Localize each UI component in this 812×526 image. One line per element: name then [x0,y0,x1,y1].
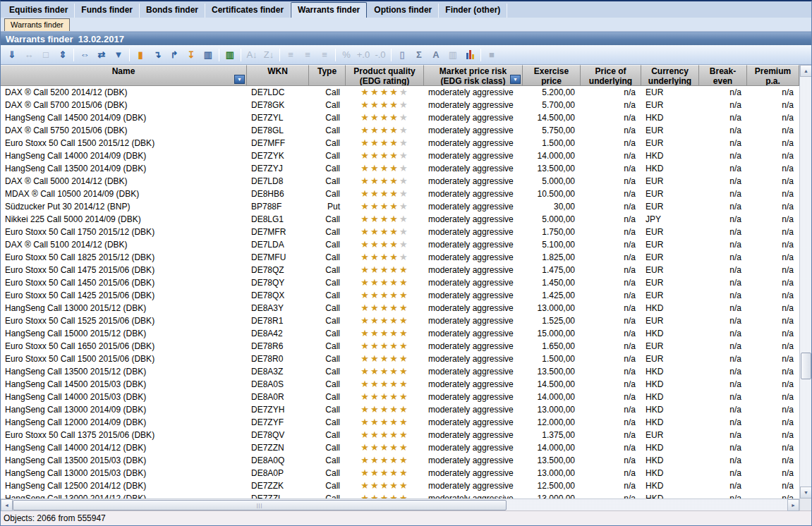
stop-icon[interactable]: ■ [484,48,499,62]
cell-price_underlying: n/a [581,314,641,327]
filter-dropdown-button-risk[interactable]: ▼ [510,75,521,84]
tab-equities-finder[interactable]: Equities finder [3,4,75,18]
chart-icon[interactable] [462,48,478,62]
table-row[interactable]: Euro Stoxx 50 Call 1500 2015/06 (DBK)DE7… [1,353,799,365]
column-header-type[interactable]: Type [309,65,346,85]
align-right-icon[interactable]: ≡ [317,48,332,62]
field-settings-icon[interactable]: ▯ [394,48,410,62]
column-header-risk[interactable]: Market price risk(EDG risk class)▼ [424,65,523,85]
table-row[interactable]: Euro Stoxx 50 Call 1825 2015/12 (DBK)DE7… [1,251,799,264]
table-row[interactable]: DAX ® Call 5700 2015/06 (DBK)DE78GKCall★… [1,99,799,111]
horizontal-scroll-track[interactable]: ||| [13,499,787,510]
vertical-scroll-thumb[interactable] [801,353,811,379]
insert-row-icon[interactable]: ↧ [183,48,199,62]
table-row[interactable]: HangSeng Call 13000 2015/03 (DBK)DE8A0PC… [1,467,799,479]
column-header-name[interactable]: Name▼ [1,65,247,85]
table-row[interactable]: Euro Stoxx 50 Call 1375 2015/06 (DBK)DE7… [1,429,799,441]
cascade-view-icon[interactable]: □ [38,48,54,62]
table-row[interactable]: Euro Stoxx 50 Call 1500 2015/12 (DBK)DE7… [1,137,799,149]
table-row[interactable]: Euro Stoxx 50 Call 1650 2015/06 (DBK)DE7… [1,340,799,353]
refresh-icon[interactable]: ⇄ [94,48,109,62]
align-left-icon[interactable]: ≡ [283,48,298,62]
column-select-icon[interactable]: ▥ [445,48,461,62]
add-decimal-icon[interactable]: +.0 [356,48,371,62]
column-header-breakeven[interactable]: Break-even [699,65,747,85]
column-header-quality[interactable]: Product quality(EDG rating) [346,65,424,85]
column-header-label: Type [317,66,337,76]
table-row[interactable]: Euro Stoxx 50 Call 1425 2015/06 (DBK)DE7… [1,289,799,302]
table-row[interactable]: DAX ® Call 5750 2015/06 (DBK)DE78GLCall★… [1,124,799,137]
table-row[interactable]: HangSeng Call 14000 2014/12 (DBK)DE7ZZNC… [1,441,799,454]
table-row[interactable]: Euro Stoxx 50 Call 1525 2015/06 (DBK)DE7… [1,314,799,327]
column-move-down-icon[interactable]: ↴ [150,48,165,62]
filter-dropdown-button-name[interactable]: ▼ [234,75,245,84]
tab-certificates-finder[interactable]: Certificates finder [205,4,291,18]
table-row[interactable]: Nikkei 225 Call 5000 2014/09 (DBK)DE8LG1… [1,213,799,226]
column-header-premium[interactable]: Premiump.a. [747,65,799,85]
table-row[interactable]: HangSeng Call 15000 2015/12 (DBK)DE8A42C… [1,327,799,340]
hide-column-icon[interactable]: ▥ [222,48,238,62]
table-row[interactable]: HangSeng Call 14500 2014/09 (DBK)DE7ZYLC… [1,111,799,124]
column-header-exercise[interactable]: Exerciseprice [523,65,581,85]
table-row[interactable]: HangSeng Call 13000 2015/12 (DBK)DE8A3YC… [1,302,799,314]
table-row[interactable]: HangSeng Call 13500 2014/09 (DBK)DE7ZYJC… [1,162,799,175]
horizontal-scroll-thumb[interactable]: ||| [13,500,507,510]
tab-funds-finder[interactable]: Funds finder [75,4,140,18]
table-row[interactable]: MDAX ® Call 10500 2014/09 (DBK)DE8HB6Cal… [1,188,799,200]
scroll-right-icon[interactable]: ► [787,499,799,511]
save-export-icon[interactable]: ⇓ [4,48,20,62]
insert-column-icon[interactable]: ▮ [133,48,148,62]
fit-height-icon[interactable]: ⇕ [55,48,71,62]
table-row[interactable]: HangSeng Call 12500 2014/12 (DBK)DE7ZZKC… [1,479,799,492]
tab-options-finder[interactable]: Options finder [368,4,439,18]
table-row[interactable]: HangSeng Call 14000 2014/09 (DBK)DE7ZYKC… [1,149,799,162]
column-header-price_underlying[interactable]: Price ofunderlying [581,65,641,85]
cell-currency: EUR [641,99,699,111]
scroll-left-icon[interactable]: ◄ [1,499,13,511]
table-row[interactable]: HangSeng Call 13000 2014/09 (DBK)DE7ZYHC… [1,403,799,416]
fit-width-icon[interactable]: ⇔ [77,48,92,62]
cell-breakeven: n/a [699,327,747,340]
scroll-up-icon[interactable]: ▲ [800,65,812,77]
tab-finder-other[interactable]: Finder (other) [439,4,507,18]
sort-descending-icon[interactable]: Z↓ [261,48,277,62]
table-row[interactable]: HangSeng Call 13500 2015/03 (DBK)DE8A0QC… [1,454,799,467]
sum-icon[interactable]: Σ [411,48,427,62]
table-row[interactable]: HangSeng Call 14500 2015/03 (DBK)DE8A0SC… [1,378,799,391]
horizontal-scrollbar[interactable]: ◄ ||| ► [1,499,799,510]
table-row[interactable]: HangSeng Call 13000 2014/12 (DBK)DE7ZZLC… [1,492,799,499]
column-header-currency[interactable]: Currencyunderlying [641,65,699,85]
table-row[interactable]: Euro Stoxx 50 Call 1475 2015/06 (DBK)DE7… [1,264,799,276]
histogram-icon[interactable]: ▥ [200,48,216,62]
cell-risk: moderately aggressive [424,429,523,441]
cell-wkn: DE8A0P [247,467,309,479]
table-row[interactable]: DAX ® Call 5000 2014/12 (DBK)DE7LD8Call★… [1,175,799,188]
column-move-up-icon[interactable]: ↱ [166,48,182,62]
align-center-icon[interactable]: ≡ [300,48,315,62]
vertical-scroll-track[interactable] [800,77,811,487]
percent-icon[interactable]: % [339,48,354,62]
table-row[interactable]: Südzucker Put 30 2014/12 (BNP)BP788FPut★… [1,200,799,213]
table-row[interactable]: Euro Stoxx 50 Call 1450 2015/06 (DBK)DE7… [1,276,799,289]
sub-tab-warrants-finder[interactable]: Warrants finder [4,18,70,31]
table-row[interactable]: DAX ® Call 5100 2014/12 (DBK)DE7LDACall★… [1,238,799,251]
table-row[interactable]: HangSeng Call 14000 2015/03 (DBK)DE8A0RC… [1,391,799,403]
table-row[interactable]: HangSeng Call 13500 2015/12 (DBK)DE8A3ZC… [1,365,799,378]
cell-risk: moderately aggressive [424,264,523,276]
font-icon[interactable]: A [428,48,444,62]
vertical-scrollbar[interactable]: ▲ ▼ [799,65,811,499]
filter-icon[interactable]: ▼ [111,48,126,62]
sort-ascending-icon[interactable]: A↓ [244,48,260,62]
tab-bonds-finder[interactable]: Bonds finder [140,4,205,18]
column-header-wkn[interactable]: WKN [247,65,309,85]
star-filled-icon: ★ [370,302,380,313]
expand-all-icon[interactable]: ↔ [21,48,37,62]
table-row[interactable]: HangSeng Call 12000 2014/09 (DBK)DE7ZYFC… [1,416,799,429]
remove-decimal-icon[interactable]: -.0 [372,48,388,62]
tab-warrants-finder[interactable]: Warrants finder [291,2,367,18]
scroll-down-icon[interactable]: ▼ [800,487,812,499]
table-row[interactable]: Euro Stoxx 50 Call 1750 2015/12 (DBK)DE7… [1,226,799,238]
cell-premium: n/a [747,264,799,276]
table-row[interactable]: DAX ® Call 5200 2014/12 (DBK)DE7LDCCall★… [1,86,799,99]
rating-stars: ★★★★★ [346,314,424,327]
